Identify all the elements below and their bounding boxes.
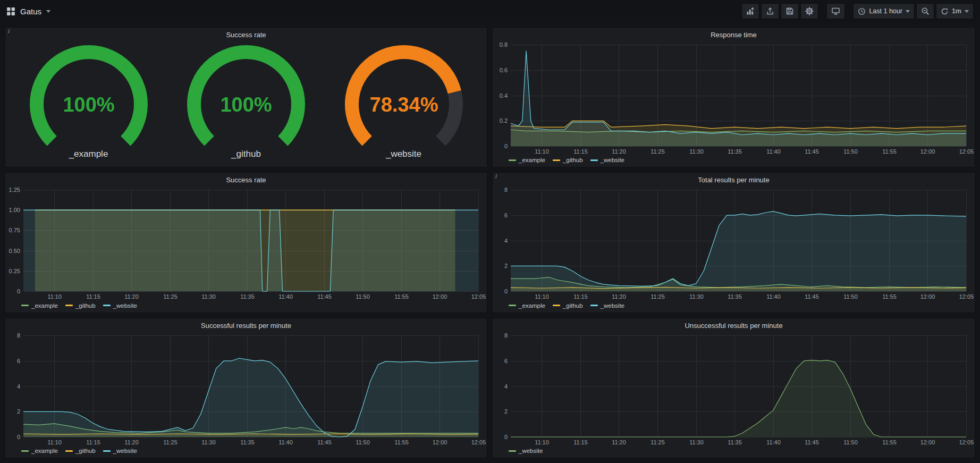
panel-title[interactable]: Total results per minute (493, 173, 975, 186)
svg-text:11:50: 11:50 (843, 148, 858, 155)
legend-item-_github[interactable]: _github (553, 302, 583, 309)
chart-total-results[interactable]: 0246811:1011:1511:2011:2511:3011:3511:40… (493, 186, 975, 301)
panel-successful-results: Successful results per minute 0246811:10… (5, 318, 487, 458)
svg-text:78.34%: 78.34% (369, 94, 438, 116)
time-range-button[interactable]: Last 1 hour (853, 3, 915, 19)
settings-button[interactable] (800, 3, 818, 19)
panel-success-rate-gauges: i Success rate 100% _example 100% _githu… (5, 27, 487, 167)
svg-text:11:40: 11:40 (278, 439, 293, 445)
chart-svg: 0246811:1011:1511:2011:2511:3011:3511:40… (5, 331, 487, 447)
legend-item-_example[interactable]: _example (509, 302, 545, 309)
chart-unsuccessful-results[interactable]: 0246811:1011:1511:2011:2511:3011:3511:40… (493, 331, 975, 447)
svg-text:12:00: 12:00 (920, 439, 935, 445)
legend-item-_github[interactable]: _github (65, 302, 96, 309)
svg-text:0.6: 0.6 (500, 67, 508, 73)
chart-svg: 00.20.40.60.811:1011:1511:2011:2511:3011… (493, 40, 975, 156)
dashboards-grid-icon[interactable] (6, 7, 15, 16)
svg-text:0: 0 (17, 434, 20, 440)
chart-legend: _example_github_website (493, 156, 975, 167)
svg-text:11:50: 11:50 (843, 293, 858, 300)
panel-title[interactable]: Success rate (5, 28, 487, 40)
svg-text:0: 0 (504, 143, 508, 149)
share-icon (766, 7, 774, 15)
svg-text:11:20: 11:20 (124, 439, 139, 445)
refresh-caret-down-icon (965, 10, 969, 13)
legend-item-_website[interactable]: _website (590, 157, 624, 163)
chart-legend: _example_github_website (493, 301, 975, 313)
panel-title[interactable]: Unsuccessful results per minute (493, 318, 975, 331)
clock-icon (858, 7, 866, 15)
refresh-button[interactable]: 1m (936, 3, 974, 19)
legend-item-_website[interactable]: _website (509, 448, 543, 454)
legend-item-_example[interactable]: _example (21, 448, 58, 454)
svg-text:1.25: 1.25 (9, 187, 20, 193)
chart-response-time[interactable]: 00.20.40.60.811:1011:1511:2011:2511:3011… (493, 40, 975, 156)
svg-text:11:10: 11:10 (535, 439, 549, 445)
svg-text:12:00: 12:00 (920, 293, 935, 300)
legend-item-_website[interactable]: _website (590, 302, 624, 309)
svg-text:11:55: 11:55 (882, 148, 897, 155)
gauge-svg: 78.34% (330, 45, 478, 155)
legend-item-_github[interactable]: _github (553, 157, 583, 163)
add-panel-button[interactable] (741, 3, 759, 19)
svg-text:6: 6 (17, 358, 20, 364)
legend-item-_example[interactable]: _example (509, 157, 545, 163)
chart-successful-results[interactable]: 0246811:1011:1511:2011:2511:3011:3511:40… (5, 331, 487, 447)
share-button[interactable] (761, 3, 779, 19)
chart-svg: 0246811:1011:1511:2011:2511:3011:3511:40… (493, 186, 975, 301)
gauge-arc: 78.34% (330, 45, 478, 155)
svg-text:2: 2 (504, 263, 508, 269)
svg-text:0.50: 0.50 (9, 248, 20, 254)
svg-text:12:05: 12:05 (471, 439, 486, 445)
panel-title[interactable]: Response time (493, 28, 975, 40)
panel-success-rate-chart: Success rate 00.250.500.751.001.2511:101… (5, 172, 487, 313)
svg-text:6: 6 (504, 212, 508, 218)
chart-success-rate[interactable]: 00.250.500.751.001.2511:1011:1511:2011:2… (5, 186, 487, 301)
svg-text:11:50: 11:50 (356, 293, 370, 300)
svg-text:11:50: 11:50 (843, 439, 858, 445)
legend-item-_github[interactable]: _github (65, 448, 96, 454)
svg-text:11:20: 11:20 (612, 148, 626, 155)
svg-text:11:25: 11:25 (163, 293, 178, 300)
refresh-interval-label: 1m (952, 7, 961, 15)
panel-info-icon[interactable]: i (495, 173, 497, 180)
gear-icon (805, 7, 814, 15)
time-range-label: Last 1 hour (869, 7, 902, 15)
svg-text:11:15: 11:15 (86, 293, 100, 300)
svg-text:11:30: 11:30 (689, 439, 704, 445)
tv-mode-button[interactable] (826, 3, 845, 19)
svg-text:11:40: 11:40 (766, 439, 781, 445)
svg-text:8: 8 (504, 187, 508, 193)
svg-text:11:35: 11:35 (240, 293, 255, 300)
panel-title[interactable]: Successful results per minute (5, 318, 487, 331)
panel-title[interactable]: Success rate (5, 173, 487, 186)
svg-text:11:25: 11:25 (650, 148, 665, 155)
svg-text:4: 4 (504, 383, 508, 390)
svg-text:11:35: 11:35 (240, 439, 255, 445)
legend-color-dash (553, 305, 560, 306)
dashboard-title[interactable]: Gatus (20, 7, 41, 16)
svg-text:11:55: 11:55 (394, 439, 409, 445)
svg-text:11:45: 11:45 (317, 293, 332, 300)
legend-item-_example[interactable]: _example (21, 302, 58, 309)
legend-color-dash (509, 450, 516, 452)
legend-item-_website[interactable]: _website (103, 448, 137, 454)
legend-color-dash (590, 305, 598, 306)
zoom-out-button[interactable] (916, 3, 934, 19)
svg-text:11:10: 11:10 (535, 148, 549, 155)
svg-text:11:55: 11:55 (394, 293, 409, 300)
legend-item-_website[interactable]: _website (103, 302, 137, 309)
svg-text:1.00: 1.00 (9, 207, 20, 213)
dashboard-caret-down-icon[interactable] (46, 10, 50, 13)
save-button[interactable] (781, 3, 799, 19)
svg-text:11:45: 11:45 (317, 439, 332, 445)
panel-info-icon[interactable]: i (7, 28, 10, 35)
svg-text:11:30: 11:30 (201, 293, 216, 300)
gauge-arc: 100% (172, 45, 320, 155)
gauge-svg: 100% (14, 45, 163, 155)
svg-text:12:00: 12:00 (920, 148, 935, 155)
legend-color-dash (103, 305, 111, 306)
time-range-caret-down-icon (906, 10, 910, 13)
svg-text:11:35: 11:35 (728, 439, 742, 445)
svg-text:11:30: 11:30 (689, 148, 704, 155)
